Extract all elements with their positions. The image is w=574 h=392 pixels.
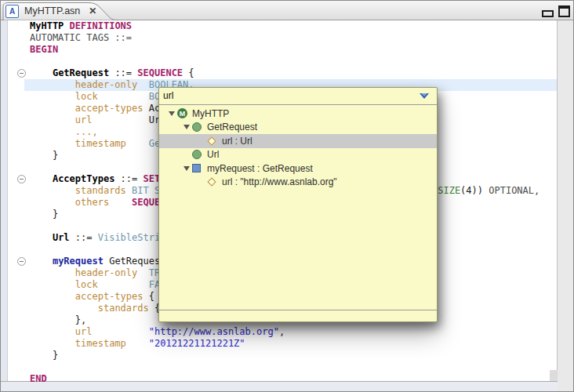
code-line: url "http://www.asnlab.org", [30, 326, 539, 338]
tree-item-label: url : "http://www.asnlab.org" [222, 176, 337, 187]
field-icon [207, 136, 216, 145]
code-line [30, 56, 539, 67]
code-line: timestamp "20121221121221Z" [30, 338, 539, 350]
scroll-corner [550, 370, 558, 382]
fold-collapse-icon[interactable] [17, 257, 26, 266]
fold-collapse-icon[interactable] [17, 175, 26, 183]
asn-file-icon: A [5, 5, 19, 18]
tab-close-icon[interactable]: ✕ [89, 5, 96, 16]
code-line: MyHTTP DEFINITIONS [30, 20, 539, 32]
tree-item-label: GetRequest [207, 122, 257, 132]
outline-tree-item[interactable]: myRequest : GetRequest [159, 162, 437, 176]
type-icon [192, 122, 202, 132]
minimize-icon[interactable] [542, 10, 554, 17]
code-line: } [30, 350, 539, 361]
outline-filter-input[interactable]: url [163, 90, 173, 101]
folding-gutter [1, 20, 29, 382]
expand-arrow-icon[interactable] [183, 125, 190, 129]
code-line: BEGIN [30, 44, 539, 56]
tree-item-label: MyHTTP [192, 108, 229, 119]
code-line: GetRequest ::= SEQUENCE { [30, 67, 539, 79]
type-icon [192, 150, 202, 159]
tab-title: MyHTTP.asn [24, 5, 80, 16]
editor-tab-bar: A MyHTTP.asn ✕ [1, 1, 573, 20]
maximize-icon[interactable] [558, 5, 570, 17]
eclipse-editor-window: A MyHTTP.asn ✕ MyHTTP DEFINITIONSAUTOMAT… [0, 0, 574, 392]
tree-item-label: Url [207, 149, 219, 160]
dropdown-arrow-icon[interactable] [420, 93, 429, 99]
outline-tree-item[interactable]: GetRequest [159, 121, 437, 135]
outline-tree-item[interactable]: MMyHTTP [159, 107, 437, 121]
quick-outline-popup: url MMyHTTPGetRequesturl : UrlUrlmyReque… [158, 87, 438, 322]
outline-tree-item[interactable]: url : "http://www.asnlab.org" [159, 176, 437, 190]
overview-ruler[interactable] [557, 20, 573, 391]
expand-arrow-icon[interactable] [169, 111, 175, 116]
code-line: AUTOMATIC TAGS ::= [30, 32, 539, 44]
popup-status-bar [159, 310, 437, 321]
field-icon [207, 178, 216, 187]
outline-filter-row[interactable]: url [159, 88, 437, 105]
outline-tree: MMyHTTPGetRequesturl : UrlUrlmyRequest :… [159, 104, 437, 310]
tree-item-label: myRequest : GetRequest [207, 163, 313, 174]
tab-myhttp[interactable]: A MyHTTP.asn ✕ [5, 4, 96, 18]
code-line [30, 361, 539, 373]
fold-collapse-icon[interactable] [17, 69, 26, 78]
outline-tree-item[interactable]: Url [159, 148, 437, 162]
code-line: END [30, 373, 539, 382]
expand-arrow-icon[interactable] [183, 166, 190, 171]
outline-tree-item[interactable]: url : Url [159, 134, 437, 148]
window-bottom-trim [1, 381, 558, 391]
value-icon [192, 164, 201, 172]
tree-item-label: url : Url [222, 136, 252, 147]
module-icon: M [177, 108, 187, 118]
